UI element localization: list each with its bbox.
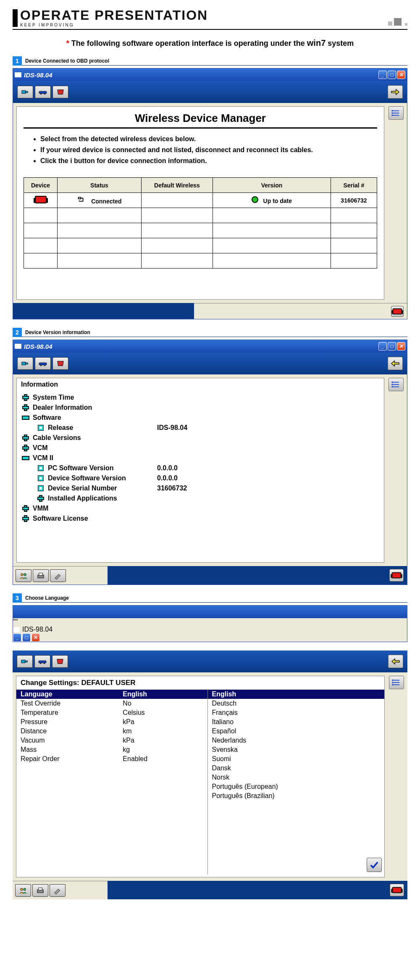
title-bar[interactable]: IDS-98.04 _ □ ✕	[13, 68, 407, 81]
th-status: Status	[58, 178, 142, 193]
status-text: Connected	[91, 198, 121, 205]
panel-title: Wireless Device Manager	[24, 112, 377, 129]
tree-item-software[interactable]: Software	[21, 413, 380, 423]
tab-printer-icon[interactable]	[33, 569, 49, 582]
title-bar[interactable]: IDS-98.04 _ □ ✕	[13, 340, 407, 353]
setting-row[interactable]: PressurekPa	[16, 717, 207, 727]
table-row[interactable]: Connected Up to date 31606732	[24, 193, 377, 208]
tree-item-vmm[interactable]: VMM	[21, 503, 380, 514]
table-header-row: Device Status Default Wireless Version S…	[24, 178, 377, 193]
tree-item-cable[interactable]: Cable Versions	[21, 433, 380, 443]
language-option[interactable]: Français	[208, 708, 384, 717]
tab-badge-icon[interactable]	[52, 86, 68, 98]
setting-value: kPa	[123, 718, 203, 726]
back-button[interactable]	[388, 655, 403, 668]
info-header: Information	[17, 378, 384, 391]
tree-item-dealer-info[interactable]: Dealer Information	[21, 403, 380, 413]
tree-item-dev-sn[interactable]: Device Serial Number31606732	[21, 483, 380, 493]
language-option[interactable]: Italiano	[208, 717, 384, 727]
close-button[interactable]: ✕	[32, 633, 40, 642]
language-option[interactable]: Português (European)	[208, 782, 384, 791]
svg-point-7	[391, 112, 393, 114]
tree-item-release[interactable]: ReleaseIDS-98.04	[21, 423, 380, 433]
svg-point-15	[391, 382, 393, 383]
setting-row-language[interactable]: Language English	[16, 690, 207, 699]
svg-point-17	[391, 386, 393, 388]
leaf-icon	[38, 466, 43, 471]
toolbar	[13, 81, 407, 103]
tab-connector-icon[interactable]	[17, 86, 33, 98]
tree-item-installed[interactable]: Installed Applications	[21, 493, 380, 503]
minimize-button[interactable]: _	[13, 633, 21, 642]
settings-header: Change Settings: DEFAULT USER	[16, 676, 384, 690]
tab-users-icon[interactable]	[16, 569, 32, 582]
forward-button[interactable]	[388, 85, 403, 99]
setting-value: kPa	[123, 737, 203, 744]
list-view-button[interactable]	[388, 378, 404, 391]
th-device: Device	[24, 178, 58, 193]
list-view-button[interactable]	[389, 676, 404, 689]
setting-row[interactable]: VacuumkPa	[16, 736, 207, 745]
expand-icon	[22, 434, 29, 442]
status-dot-icon	[252, 196, 258, 203]
instruction-item: Click the i button for device connection…	[40, 157, 377, 165]
language-option[interactable]: Español	[208, 727, 384, 736]
page-header: OPERATE PRESENTATION KEEP IMPROVING	[13, 8, 407, 30]
language-option[interactable]: Dansk	[208, 764, 384, 773]
device-badge-button[interactable]	[390, 884, 404, 896]
th-default: Default Wireless	[142, 178, 213, 193]
svg-point-24	[44, 663, 45, 664]
setting-value: Enabled	[123, 755, 203, 763]
setting-row[interactable]: Distancekm	[16, 727, 207, 736]
language-option[interactable]: Nederlands	[208, 736, 384, 745]
setting-key: Test Override	[21, 700, 123, 707]
back-button[interactable]	[388, 357, 403, 370]
tab-vehicle-icon[interactable]	[35, 86, 51, 98]
tab-badge-icon[interactable]	[52, 655, 68, 668]
bottom-strip	[13, 566, 407, 585]
tab-connector-icon[interactable]	[17, 357, 33, 370]
usb-icon	[77, 196, 86, 203]
maximize-button[interactable]: □	[388, 342, 396, 350]
list-view-button[interactable]	[388, 106, 404, 120]
device-badge-button[interactable]	[389, 569, 404, 582]
tree-item-dev-sw[interactable]: Device Software Version0.0.0.0	[21, 473, 380, 483]
setting-row[interactable]: Repair OrderEnabled	[16, 754, 207, 764]
app-icon	[13, 627, 20, 632]
language-option[interactable]: Português (Brazilian)	[208, 791, 384, 801]
confirm-button[interactable]	[367, 858, 382, 872]
maximize-button[interactable]: □	[388, 71, 396, 79]
tree-item-pc-sw[interactable]: PC Software Version0.0.0.0	[21, 463, 380, 473]
collapse-icon	[22, 456, 29, 460]
bottom-strip	[13, 303, 407, 319]
tree-item-vcm[interactable]: VCM	[21, 443, 380, 453]
tree-item-license[interactable]: Software License	[21, 514, 380, 524]
tab-vehicle-icon[interactable]	[35, 357, 51, 370]
minimize-button[interactable]: _	[378, 342, 387, 350]
tab-badge-icon[interactable]	[52, 357, 68, 370]
tree-item-system-time[interactable]: System Time	[21, 393, 380, 403]
device-badge-button[interactable]	[391, 306, 404, 317]
tab-printer-icon[interactable]	[32, 884, 48, 897]
minimize-button[interactable]: _	[378, 71, 387, 79]
language-option-selected[interactable]: English	[208, 690, 384, 699]
setting-row[interactable]: Masskg	[16, 745, 207, 754]
language-option[interactable]: Deutsch	[208, 699, 384, 708]
settings-panel: Change Settings: DEFAULT USER Language E…	[16, 676, 385, 877]
tab-tools-icon[interactable]	[50, 569, 66, 582]
maximize-button[interactable]: □	[22, 633, 31, 642]
tab-users-icon[interactable]	[15, 884, 31, 897]
tree-item-vcm2[interactable]: VCM II	[21, 453, 380, 463]
tab-vehicle-icon[interactable]	[34, 655, 50, 668]
close-button[interactable]: ✕	[397, 342, 405, 350]
language-option[interactable]: Svenska	[208, 745, 384, 754]
tab-connector-icon[interactable]	[17, 655, 33, 668]
app-icon	[15, 72, 21, 77]
setting-row[interactable]: Test OverrideNo	[16, 699, 207, 708]
language-option[interactable]: Suomi	[208, 754, 384, 764]
setting-row[interactable]: TemperatureCelsius	[16, 708, 207, 717]
close-button[interactable]: ✕	[397, 71, 405, 79]
tab-tools-icon[interactable]	[50, 884, 66, 897]
expand-icon	[22, 394, 29, 401]
language-option[interactable]: Norsk	[208, 773, 384, 782]
